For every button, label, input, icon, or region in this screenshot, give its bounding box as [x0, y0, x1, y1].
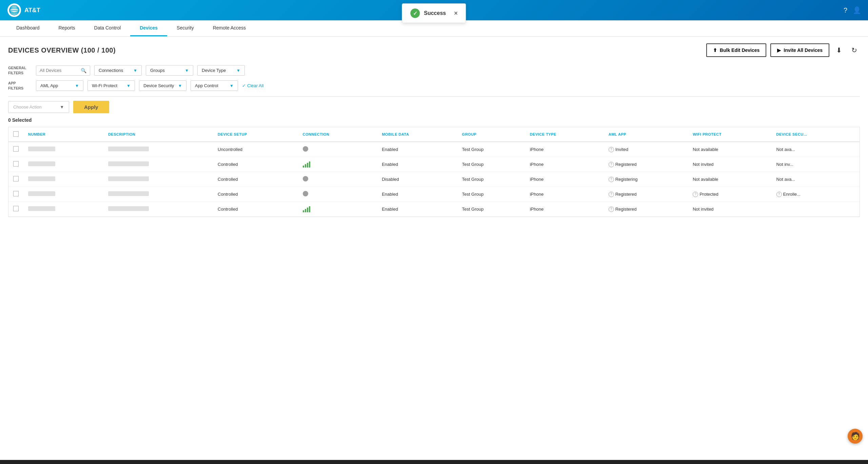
app-filters-row: APPFILTERS AML App ▼ Wi-Fi Protect ▼ Dev…	[8, 80, 860, 91]
cell-connection	[298, 187, 377, 202]
user-icon[interactable]: 👤	[853, 6, 861, 14]
cell-connection	[298, 157, 377, 172]
groups-label: Groups	[150, 68, 165, 73]
header-device-security: DEVICE SECU...	[772, 127, 860, 142]
select-all-checkbox[interactable]	[13, 131, 19, 137]
row-checkbox-1[interactable]	[13, 161, 19, 167]
cell-device-type: iPhone	[525, 172, 604, 187]
table-header-row: NUMBER DESCRIPTION DEVICE SETUP CONNECTI…	[8, 127, 860, 142]
cell-wifi-protect: Not invited	[688, 202, 771, 217]
cell-description	[103, 202, 213, 217]
header-device-setup: DEVICE SETUP	[213, 127, 298, 142]
nav-devices[interactable]: Devices	[130, 20, 167, 36]
row-checkbox-4[interactable]	[13, 206, 19, 211]
help-icon[interactable]: ?	[844, 6, 847, 14]
header-aml-app: AML APP	[604, 127, 688, 142]
invite-all-label: Invite All Devices	[784, 47, 823, 53]
logo: AT&T	[7, 3, 40, 18]
info-icon: ?	[609, 162, 614, 167]
cell-group: Test Group	[457, 187, 525, 202]
header-checkbox-col[interactable]	[8, 127, 23, 142]
cell-wifi-protect: ? Protected	[688, 187, 771, 202]
wifi-protect-dropdown[interactable]: Wi-Fi Protect ▼	[87, 80, 135, 91]
app-control-label: App Control	[195, 83, 218, 88]
search-input[interactable]	[40, 68, 78, 73]
devices-table: NUMBER DESCRIPTION DEVICE SETUP CONNECTI…	[8, 127, 860, 217]
aml-app-label: AML App	[40, 83, 58, 88]
cell-mobile-data: Enabled	[377, 187, 457, 202]
cell-mobile-data: Disabled	[377, 172, 457, 187]
blurred-number	[28, 206, 55, 211]
clear-check-icon: ✓	[242, 83, 246, 88]
table-row: Controlled EnabledTest GroupiPhone? Regi…	[8, 157, 860, 172]
blurred-description	[108, 191, 149, 196]
clear-all-button[interactable]: ✓ Clear All	[242, 83, 263, 88]
groups-dropdown[interactable]: Groups ▼	[146, 65, 193, 76]
bulk-edit-button[interactable]: ⬆ Bulk Edit Devices	[706, 43, 767, 57]
invite-icon: ▶	[777, 47, 781, 53]
header-mobile-data: MOBILE DATA	[377, 127, 457, 142]
nav-data-control[interactable]: Data Control	[85, 20, 131, 36]
nav-dashboard[interactable]: Dashboard	[7, 20, 49, 36]
connection-dot-icon	[303, 176, 308, 181]
success-check-icon: ✓	[410, 8, 420, 18]
app-control-dropdown[interactable]: App Control ▼	[191, 80, 238, 91]
device-security-dropdown[interactable]: Device Security ▼	[139, 80, 186, 91]
table-row: ControlledEnabledTest GroupiPhone? Regis…	[8, 187, 860, 202]
header-wifi-protect: WIFI PROTECT	[688, 127, 771, 142]
choose-action-dropdown[interactable]: Choose Action ▼	[8, 101, 69, 113]
toast-message: Success	[424, 10, 446, 16]
aml-app-chevron-icon: ▼	[75, 83, 79, 88]
cell-device-security: Not ava...	[772, 172, 860, 187]
choose-action-chevron-icon: ▼	[60, 104, 64, 110]
header-number: NUMBER	[23, 127, 103, 142]
cell-aml-app: ? Registered	[604, 202, 688, 217]
all-devices-search[interactable]: 🔍	[36, 65, 90, 76]
groups-chevron-icon: ▼	[185, 68, 189, 73]
cell-device-setup: Controlled	[213, 202, 298, 217]
blurred-description	[108, 147, 149, 151]
wifi-protect-status: ? Protected	[693, 192, 718, 197]
toast-close-button[interactable]: ×	[454, 10, 458, 17]
nav-reports[interactable]: Reports	[49, 20, 85, 36]
header-device-type: DEVICE TYPE	[525, 127, 604, 142]
cell-number	[23, 142, 103, 157]
cell-aml-app: ? Registered	[604, 187, 688, 202]
header-actions: ⬆ Bulk Edit Devices ▶ Invite All Devices…	[706, 43, 860, 57]
row-checkbox-0[interactable]	[13, 146, 19, 152]
table-row: UncontrolledEnabledTest GroupiPhone? Inv…	[8, 142, 860, 157]
table-row: ControlledDisabledTest GroupiPhone? Regi…	[8, 172, 860, 187]
nav-security[interactable]: Security	[167, 20, 203, 36]
cell-group: Test Group	[457, 142, 525, 157]
cell-device-security	[772, 202, 860, 217]
cell-device-type: iPhone	[525, 157, 604, 172]
invite-all-button[interactable]: ▶ Invite All Devices	[770, 43, 829, 57]
connections-dropdown[interactable]: Connections ▼	[94, 65, 142, 76]
info-icon: ?	[693, 192, 698, 197]
cell-number	[23, 172, 103, 187]
bulk-edit-label: Bulk Edit Devices	[720, 47, 760, 53]
cell-wifi-protect: Not available	[688, 142, 771, 157]
nav-remote-access[interactable]: Remote Access	[203, 20, 255, 36]
cell-device-security: ? Enrolle...	[772, 187, 860, 202]
cell-mobile-data: Enabled	[377, 142, 457, 157]
row-checkbox-3[interactable]	[13, 191, 19, 196]
cell-device-setup: Uncontrolled	[213, 142, 298, 157]
app-filters-label: APPFILTERS	[8, 81, 32, 91]
info-icon: ?	[609, 207, 614, 212]
cell-connection	[298, 202, 377, 217]
chat-bubble-button[interactable]: 🧑	[848, 429, 863, 444]
info-icon: ?	[609, 192, 614, 197]
blurred-description	[108, 161, 149, 166]
aml-app-status: ? Registered	[609, 192, 637, 197]
cell-aml-app: ? Registered	[604, 157, 688, 172]
aml-app-dropdown[interactable]: AML App ▼	[36, 80, 83, 91]
selected-count: 0 Selected	[8, 117, 860, 123]
apply-button[interactable]: Apply	[73, 101, 109, 113]
device-type-dropdown[interactable]: Device Type ▼	[197, 65, 245, 76]
download-button[interactable]: ⬇	[833, 45, 845, 56]
blurred-number	[28, 161, 55, 166]
row-checkbox-2[interactable]	[13, 176, 19, 181]
refresh-button[interactable]: ↻	[849, 45, 860, 56]
table-row: Controlled EnabledTest GroupiPhone? Regi…	[8, 202, 860, 217]
